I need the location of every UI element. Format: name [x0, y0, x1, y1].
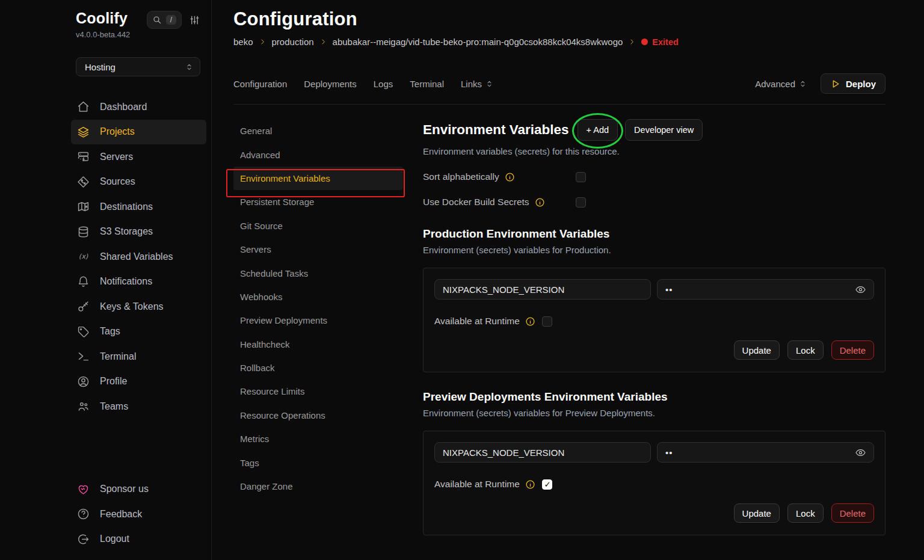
sidebar-item-destinations[interactable]: Destinations — [71, 194, 206, 220]
subnav-scheduled-tasks[interactable]: Scheduled Tasks — [233, 261, 403, 285]
advanced-dropdown[interactable]: Advanced — [755, 79, 807, 89]
coolify-app: Coolify v4.0.0-beta.442 / Hosting Dashbo… — [0, 0, 924, 560]
lock-button[interactable]: Lock — [787, 503, 824, 523]
tab-configuration[interactable]: Configuration — [233, 79, 287, 89]
sort-alphabetically-checkbox[interactable] — [576, 172, 586, 182]
key-icon — [77, 300, 90, 313]
sidebar: Coolify v4.0.0-beta.442 / Hosting Dashbo… — [0, 0, 212, 560]
sidebar-item-logout[interactable]: Logout — [71, 527, 206, 552]
tab-deployments[interactable]: Deployments — [304, 79, 357, 89]
env-key-input[interactable] — [434, 442, 651, 463]
breadcrumb-team[interactable]: beko — [233, 37, 253, 47]
sliders-icon — [189, 14, 200, 26]
info-icon[interactable] — [505, 172, 515, 182]
subnav-metrics[interactable]: Metrics — [233, 427, 403, 451]
subnav-git-source[interactable]: Git Source — [233, 214, 403, 238]
sidebar-nav: Dashboard Projects Servers Sources Desti… — [71, 94, 206, 419]
info-icon[interactable] — [525, 316, 535, 327]
home-icon — [77, 100, 90, 113]
eye-icon[interactable] — [855, 447, 866, 458]
env-var-card-production: Available at Runtime Update Lock Delete — [423, 268, 886, 372]
env-key-input[interactable] — [434, 279, 651, 300]
available-at-runtime-checkbox[interactable] — [542, 479, 552, 490]
sidebar-item-label: S3 Storages — [100, 226, 153, 237]
subnav-rollback[interactable]: Rollback — [233, 356, 403, 380]
docker-build-secrets-checkbox[interactable] — [576, 197, 586, 208]
production-section-heading: Production Environment Variables — [423, 227, 886, 241]
breadcrumb-environment[interactable]: production — [272, 37, 314, 47]
settings-subnav: General Advanced Environment Variables P… — [233, 119, 423, 535]
chevron-right-icon — [319, 38, 327, 46]
sidebar-item-shared-variables[interactable]: (x) Shared Variables — [71, 244, 206, 269]
tab-links[interactable]: Links — [461, 79, 494, 89]
sidebar-item-label: Shared Variables — [100, 251, 173, 262]
subnav-persistent-storage[interactable]: Persistent Storage — [233, 190, 403, 214]
tab-terminal[interactable]: Terminal — [410, 79, 444, 89]
sidebar-item-sources[interactable]: Sources — [71, 170, 206, 195]
profile-icon — [77, 375, 90, 388]
sort-alphabetically-label: Sort alphabetically — [423, 171, 499, 182]
env-value-input[interactable] — [657, 279, 874, 300]
sidebar-item-dashboard[interactable]: Dashboard — [71, 94, 206, 120]
subnav-webhooks[interactable]: Webhooks — [233, 285, 403, 309]
delete-button[interactable]: Delete — [831, 340, 874, 360]
svg-text:(x): (x) — [79, 253, 88, 261]
sidebar-item-feedback[interactable]: Feedback — [71, 502, 206, 527]
available-at-runtime-label: Available at Runtime — [434, 479, 520, 490]
eye-icon[interactable] — [855, 284, 866, 295]
status-dot-icon — [641, 38, 648, 45]
bell-icon — [77, 275, 90, 288]
available-at-runtime-checkbox[interactable] — [542, 316, 552, 327]
deploy-button[interactable]: Deploy — [821, 73, 886, 94]
terminal-icon — [77, 350, 90, 363]
app-logo[interactable]: Coolify — [76, 10, 130, 27]
info-icon[interactable] — [525, 479, 535, 490]
app-version: v4.0.0-beta.442 — [76, 30, 130, 39]
available-at-runtime-label: Available at Runtime — [434, 316, 520, 327]
env-value-input[interactable] — [657, 442, 874, 463]
subnav-servers[interactable]: Servers — [233, 238, 403, 261]
sidebar-item-keys-tokens[interactable]: Keys & Tokens — [71, 294, 206, 319]
subnav-resource-limits[interactable]: Resource Limits — [233, 380, 403, 403]
logout-icon — [77, 533, 90, 546]
breadcrumb-resource[interactable]: abubakar--meigag/vid-tube-beko-pro:main-… — [333, 37, 623, 47]
settings-sliders-button[interactable] — [189, 14, 200, 26]
teams-icon — [77, 400, 90, 413]
info-icon[interactable] — [535, 197, 545, 208]
sidebar-item-sponsor[interactable]: Sponsor us — [71, 477, 206, 502]
delete-button[interactable]: Delete — [831, 503, 874, 523]
map-icon — [77, 200, 90, 213]
sidebar-item-label: Tags — [100, 326, 120, 337]
lock-button[interactable]: Lock — [787, 340, 824, 360]
sidebar-item-tags[interactable]: Tags — [71, 319, 206, 345]
production-section-subtitle: Environment (secrets) variables for Prod… — [423, 245, 886, 255]
tab-links-label: Links — [461, 79, 482, 89]
sidebar-item-profile[interactable]: Profile — [71, 369, 206, 395]
sidebar-item-label: Servers — [100, 152, 133, 162]
sidebar-item-notifications[interactable]: Notifications — [71, 269, 206, 295]
subnav-resource-operations[interactable]: Resource Operations — [233, 404, 403, 427]
subnav-healthcheck[interactable]: Healthcheck — [233, 333, 403, 356]
update-button[interactable]: Update — [734, 340, 780, 360]
update-button[interactable]: Update — [734, 503, 780, 523]
add-variable-button[interactable]: + Add — [578, 119, 618, 141]
subnav-general[interactable]: General — [233, 119, 403, 143]
chevron-right-icon — [628, 38, 636, 46]
sidebar-item-servers[interactable]: Servers — [71, 144, 206, 170]
sidebar-item-projects[interactable]: Projects — [71, 120, 206, 145]
sidebar-item-teams[interactable]: Teams — [71, 394, 206, 419]
subnav-advanced[interactable]: Advanced — [233, 143, 403, 166]
subnav-tags[interactable]: Tags — [233, 451, 403, 474]
sidebar-item-s3-storages[interactable]: S3 Storages — [71, 220, 206, 245]
docker-build-secrets-label: Use Docker Build Secrets — [423, 197, 529, 208]
subnav-preview-deployments[interactable]: Preview Deployments — [233, 309, 403, 332]
search-button[interactable]: / — [147, 11, 182, 29]
tab-logs[interactable]: Logs — [374, 79, 393, 89]
sidebar-item-terminal[interactable]: Terminal — [71, 344, 206, 369]
heart-icon — [77, 483, 90, 496]
subnav-environment-variables[interactable]: Environment Variables — [233, 167, 403, 190]
developer-view-button[interactable]: Developer view — [625, 119, 703, 141]
team-select[interactable]: Hosting — [76, 57, 200, 76]
subnav-danger-zone[interactable]: Danger Zone — [233, 475, 403, 498]
status-badge: Exited — [641, 37, 679, 47]
